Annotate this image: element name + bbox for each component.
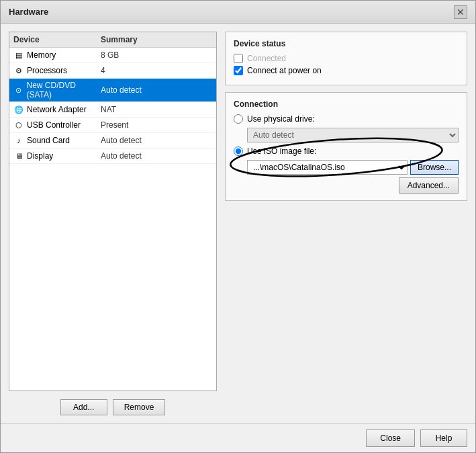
memory-label: Memory [27,50,56,60]
table-header: Device Summary [9,32,216,48]
auto-detect-row: Auto detect [247,128,459,142]
device-status-title: Device status [234,39,459,48]
processors-label: Processors [27,66,67,75]
iso-radio-row: Use ISO image file: [234,147,459,156]
dialog-content: Device Summary ▤ Memory 8 GB ⚙ Processor… [1,24,475,423]
auto-detect-dropdown[interactable]: Auto detect [247,128,459,142]
right-panel: Device status Connected Connect at power… [225,32,467,415]
dialog-footer: Close Help [1,423,475,452]
title-bar: Hardware ✕ [1,1,475,24]
device-table: Device Summary ▤ Memory 8 GB ⚙ Processor… [9,32,217,391]
table-row[interactable]: 🖥 Display Auto detect [9,149,216,164]
network-summary: NAT [101,105,116,114]
table-row[interactable]: ▤ Memory 8 GB [9,48,216,63]
network-icon: 🌐 [13,104,24,115]
connection-title: Connection [234,99,459,109]
display-label: Display [27,151,53,161]
physical-drive-row: Use physical drive: [234,114,459,124]
memory-icon: ▤ [13,50,24,60]
hardware-dialog: Hardware ✕ Device Summary ▤ Memory 8 GB [0,0,476,453]
left-panel: Device Summary ▤ Memory 8 GB ⚙ Processor… [9,32,217,415]
iso-radio[interactable] [234,147,243,156]
processors-icon: ⚙ [13,65,24,76]
table-row-cddvd[interactable]: ⊙ New CD/DVD (SATA) Auto detect [9,79,216,102]
add-button[interactable]: Add... [60,399,107,415]
connection-section: Connection Use physical drive: Auto dete… [225,92,467,201]
display-summary: Auto detect [101,151,142,161]
iso-path-dropdown[interactable]: ...\macOS\CatalinaOS.iso [247,160,408,175]
cddvd-label: New CD/DVD (SATA) [26,81,101,99]
dialog-title: Hardware [9,7,48,17]
connect-power-row: Connect at power on [234,66,459,75]
cddvd-summary: Auto detect [101,85,142,95]
connected-checkbox[interactable] [234,54,243,63]
table-row[interactable]: 🌐 Network Adapter NAT [9,102,216,118]
iso-label: Use ISO image file: [247,147,316,156]
remove-button[interactable]: Remove [113,399,166,415]
table-row[interactable]: ♪ Sound Card Auto detect [9,133,216,149]
browse-button[interactable]: Browse... [410,160,459,175]
iso-path-row: ...\macOS\CatalinaOS.iso Browse... [247,160,459,175]
table-row[interactable]: ⚙ Processors 4 [9,63,216,79]
physical-drive-radio[interactable] [234,114,243,124]
cddvd-icon: ⊙ [13,85,23,95]
usb-icon: ⬡ [13,120,24,130]
left-action-buttons: Add... Remove [9,397,217,415]
physical-drive-label: Use physical drive: [247,114,315,124]
advanced-row: Advanced... [234,177,459,194]
processors-summary: 4 [101,66,105,75]
close-icon[interactable]: ✕ [454,5,467,19]
connected-row: Connected [234,54,459,63]
usb-label: USB Controller [27,120,81,130]
device-status-section: Device status Connected Connect at power… [225,32,467,85]
memory-summary: 8 GB [101,50,119,60]
soundcard-icon: ♪ [13,135,24,146]
iso-section: Use ISO image file: ...\macOS\CatalinaOS… [234,147,459,175]
help-button[interactable]: Help [420,429,467,447]
table-row[interactable]: ⬡ USB Controller Present [9,118,216,133]
header-summary: Summary [101,35,212,44]
connect-power-label: Connect at power on [247,66,322,75]
connected-label: Connected [247,54,286,63]
soundcard-summary: Auto detect [101,136,142,145]
network-label: Network Adapter [27,105,87,114]
display-icon: 🖥 [13,151,24,161]
soundcard-label: Sound Card [27,136,70,145]
close-footer-button[interactable]: Close [366,429,415,447]
usb-summary: Present [101,120,128,130]
header-device: Device [13,35,101,44]
advanced-button[interactable]: Advanced... [399,177,459,194]
connect-power-checkbox[interactable] [234,66,243,75]
